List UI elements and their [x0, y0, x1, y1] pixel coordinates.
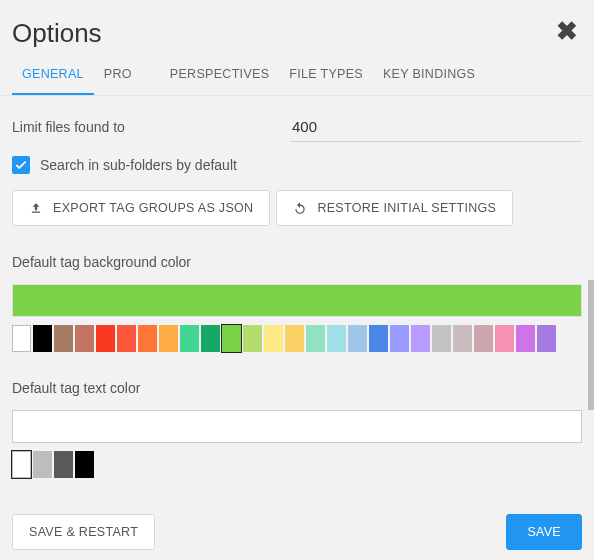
color-swatch[interactable]: [285, 325, 304, 352]
color-swatch[interactable]: [516, 325, 535, 352]
search-subfolders-row: Search in sub-folders by default: [12, 156, 582, 174]
color-swatch[interactable]: [222, 325, 241, 352]
bg-color-label: Default tag background color: [12, 254, 582, 270]
color-swatch[interactable]: [327, 325, 346, 352]
action-buttons-row: EXPORT TAG GROUPS AS JSON RESTORE INITIA…: [12, 190, 582, 226]
undo-icon: [293, 201, 307, 215]
text-color-label: Default tag text color: [12, 380, 582, 396]
tab-perspectives[interactable]: PERSPECTIVES: [160, 57, 279, 95]
color-swatch[interactable]: [54, 451, 73, 478]
options-modal: Options ✖ GENERAL PRO PERSPECTIVES FILE …: [0, 0, 594, 560]
search-subfolders-label: Search in sub-folders by default: [40, 157, 237, 173]
limit-label: Limit files found to: [12, 119, 290, 135]
modal-footer: SAVE & RESTART SAVE: [0, 504, 594, 560]
color-swatch[interactable]: [180, 325, 199, 352]
modal-body: Limit files found to Search in sub-folde…: [0, 96, 594, 494]
color-swatch[interactable]: [306, 325, 325, 352]
color-swatch[interactable]: [369, 325, 388, 352]
check-icon: [14, 158, 28, 172]
color-swatch[interactable]: [432, 325, 451, 352]
color-swatch[interactable]: [12, 451, 31, 478]
save-label: SAVE: [527, 525, 561, 539]
upload-icon: [29, 201, 43, 215]
close-icon[interactable]: ✖: [556, 18, 578, 44]
color-swatch[interactable]: [54, 325, 73, 352]
color-swatch[interactable]: [117, 325, 136, 352]
modal-header: Options ✖: [0, 0, 594, 57]
limit-input[interactable]: [290, 112, 582, 142]
modal-title: Options: [12, 18, 102, 49]
tab-key-bindings[interactable]: KEY BINDINGS: [373, 57, 485, 95]
tab-bar: GENERAL PRO PERSPECTIVES FILE TYPES KEY …: [0, 57, 594, 96]
restore-label: RESTORE INITIAL SETTINGS: [317, 201, 496, 215]
color-swatch[interactable]: [411, 325, 430, 352]
text-color-swatches: [12, 451, 582, 478]
color-swatch[interactable]: [474, 325, 493, 352]
footer-left: SAVE & RESTART: [12, 514, 155, 550]
text-color-preview[interactable]: [12, 410, 582, 443]
color-swatch[interactable]: [264, 325, 283, 352]
bg-color-swatches: [12, 325, 582, 352]
color-swatch[interactable]: [12, 325, 31, 352]
limit-row: Limit files found to: [12, 112, 582, 142]
color-swatch[interactable]: [537, 325, 556, 352]
restore-settings-button[interactable]: RESTORE INITIAL SETTINGS: [276, 190, 513, 226]
bg-color-preview[interactable]: [12, 284, 582, 317]
color-swatch[interactable]: [453, 325, 472, 352]
color-swatch[interactable]: [75, 451, 94, 478]
color-swatch[interactable]: [159, 325, 178, 352]
export-label: EXPORT TAG GROUPS AS JSON: [53, 201, 253, 215]
color-swatch[interactable]: [33, 325, 52, 352]
color-swatch[interactable]: [33, 451, 52, 478]
tab-general[interactable]: GENERAL: [12, 57, 94, 95]
search-subfolders-checkbox[interactable]: [12, 156, 30, 174]
color-swatch[interactable]: [138, 325, 157, 352]
export-tag-groups-button[interactable]: EXPORT TAG GROUPS AS JSON: [12, 190, 270, 226]
color-swatch[interactable]: [96, 325, 115, 352]
color-swatch[interactable]: [390, 325, 409, 352]
color-swatch[interactable]: [495, 325, 514, 352]
save-button[interactable]: SAVE: [506, 514, 582, 550]
save-restart-button[interactable]: SAVE & RESTART: [12, 514, 155, 550]
save-restart-label: SAVE & RESTART: [29, 525, 138, 539]
tab-file-types[interactable]: FILE TYPES: [279, 57, 373, 95]
color-swatch[interactable]: [243, 325, 262, 352]
color-swatch[interactable]: [201, 325, 220, 352]
color-swatch[interactable]: [348, 325, 367, 352]
tab-pro[interactable]: PRO: [94, 57, 142, 95]
color-swatch[interactable]: [75, 325, 94, 352]
